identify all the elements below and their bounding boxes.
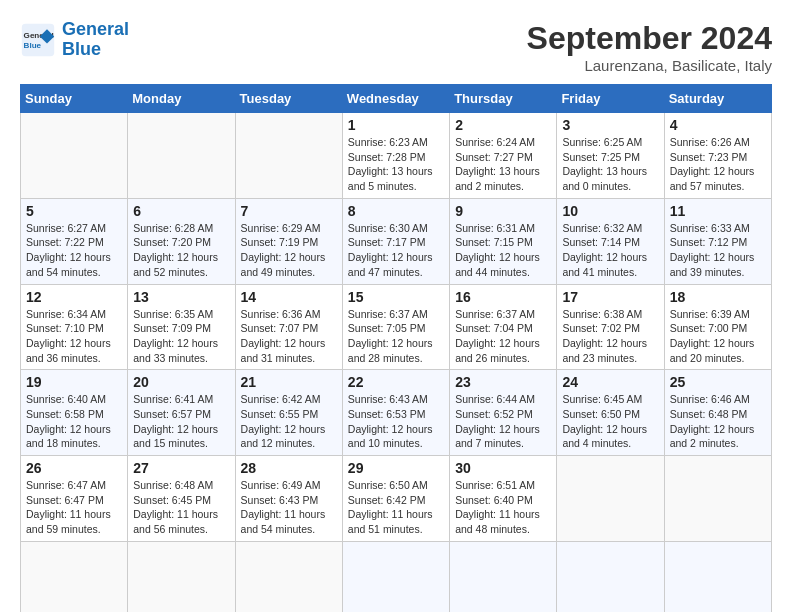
- day-info: Sunrise: 6:41 AM Sunset: 6:57 PM Dayligh…: [133, 392, 229, 451]
- day-info: Sunrise: 6:47 AM Sunset: 6:47 PM Dayligh…: [26, 478, 122, 537]
- day-info: Sunrise: 6:24 AM Sunset: 7:27 PM Dayligh…: [455, 135, 551, 194]
- logo-icon: General Blue: [20, 22, 56, 58]
- calendar-cell: 9Sunrise: 6:31 AM Sunset: 7:15 PM Daylig…: [450, 198, 557, 284]
- calendar-week-row: [21, 541, 772, 612]
- calendar-cell: 7Sunrise: 6:29 AM Sunset: 7:19 PM Daylig…: [235, 198, 342, 284]
- calendar-cell: 19Sunrise: 6:40 AM Sunset: 6:58 PM Dayli…: [21, 370, 128, 456]
- day-info: Sunrise: 6:50 AM Sunset: 6:42 PM Dayligh…: [348, 478, 444, 537]
- calendar-cell: 17Sunrise: 6:38 AM Sunset: 7:02 PM Dayli…: [557, 284, 664, 370]
- weekday-header-saturday: Saturday: [664, 85, 771, 113]
- day-info: Sunrise: 6:44 AM Sunset: 6:52 PM Dayligh…: [455, 392, 551, 451]
- calendar-cell: 1Sunrise: 6:23 AM Sunset: 7:28 PM Daylig…: [342, 113, 449, 199]
- day-info: Sunrise: 6:36 AM Sunset: 7:07 PM Dayligh…: [241, 307, 337, 366]
- calendar-cell: [450, 541, 557, 612]
- calendar-week-row: 26Sunrise: 6:47 AM Sunset: 6:47 PM Dayli…: [21, 456, 772, 542]
- calendar-cell: 23Sunrise: 6:44 AM Sunset: 6:52 PM Dayli…: [450, 370, 557, 456]
- day-info: Sunrise: 6:25 AM Sunset: 7:25 PM Dayligh…: [562, 135, 658, 194]
- weekday-header-tuesday: Tuesday: [235, 85, 342, 113]
- day-number: 16: [455, 289, 551, 305]
- location: Laurenzana, Basilicate, Italy: [527, 57, 772, 74]
- day-number: 23: [455, 374, 551, 390]
- calendar-cell: 12Sunrise: 6:34 AM Sunset: 7:10 PM Dayli…: [21, 284, 128, 370]
- calendar-cell: 10Sunrise: 6:32 AM Sunset: 7:14 PM Dayli…: [557, 198, 664, 284]
- calendar-cell: 6Sunrise: 6:28 AM Sunset: 7:20 PM Daylig…: [128, 198, 235, 284]
- weekday-header-wednesday: Wednesday: [342, 85, 449, 113]
- day-number: 12: [26, 289, 122, 305]
- calendar-cell: 13Sunrise: 6:35 AM Sunset: 7:09 PM Dayli…: [128, 284, 235, 370]
- day-number: 8: [348, 203, 444, 219]
- calendar-week-row: 1Sunrise: 6:23 AM Sunset: 7:28 PM Daylig…: [21, 113, 772, 199]
- day-info: Sunrise: 6:33 AM Sunset: 7:12 PM Dayligh…: [670, 221, 766, 280]
- day-number: 30: [455, 460, 551, 476]
- calendar-cell: [664, 456, 771, 542]
- day-number: 17: [562, 289, 658, 305]
- day-info: Sunrise: 6:48 AM Sunset: 6:45 PM Dayligh…: [133, 478, 229, 537]
- day-info: Sunrise: 6:37 AM Sunset: 7:05 PM Dayligh…: [348, 307, 444, 366]
- calendar-cell: 18Sunrise: 6:39 AM Sunset: 7:00 PM Dayli…: [664, 284, 771, 370]
- calendar-cell: [21, 113, 128, 199]
- day-info: Sunrise: 6:27 AM Sunset: 7:22 PM Dayligh…: [26, 221, 122, 280]
- day-number: 9: [455, 203, 551, 219]
- calendar-cell: 20Sunrise: 6:41 AM Sunset: 6:57 PM Dayli…: [128, 370, 235, 456]
- calendar-body: 1Sunrise: 6:23 AM Sunset: 7:28 PM Daylig…: [21, 113, 772, 613]
- calendar-table: SundayMondayTuesdayWednesdayThursdayFrid…: [20, 84, 772, 612]
- calendar-cell: 28Sunrise: 6:49 AM Sunset: 6:43 PM Dayli…: [235, 456, 342, 542]
- logo-text: GeneralBlue: [62, 20, 129, 60]
- day-info: Sunrise: 6:28 AM Sunset: 7:20 PM Dayligh…: [133, 221, 229, 280]
- day-number: 7: [241, 203, 337, 219]
- page-header: General Blue GeneralBlue September 2024 …: [20, 20, 772, 74]
- day-info: Sunrise: 6:51 AM Sunset: 6:40 PM Dayligh…: [455, 478, 551, 537]
- day-number: 4: [670, 117, 766, 133]
- calendar-cell: [235, 113, 342, 199]
- calendar-week-row: 5Sunrise: 6:27 AM Sunset: 7:22 PM Daylig…: [21, 198, 772, 284]
- calendar-cell: [342, 541, 449, 612]
- calendar-cell: 11Sunrise: 6:33 AM Sunset: 7:12 PM Dayli…: [664, 198, 771, 284]
- calendar-cell: [557, 541, 664, 612]
- day-number: 19: [26, 374, 122, 390]
- day-number: 6: [133, 203, 229, 219]
- day-number: 24: [562, 374, 658, 390]
- day-number: 14: [241, 289, 337, 305]
- day-info: Sunrise: 6:38 AM Sunset: 7:02 PM Dayligh…: [562, 307, 658, 366]
- day-number: 20: [133, 374, 229, 390]
- day-info: Sunrise: 6:35 AM Sunset: 7:09 PM Dayligh…: [133, 307, 229, 366]
- day-number: 13: [133, 289, 229, 305]
- weekday-header-monday: Monday: [128, 85, 235, 113]
- calendar-cell: 22Sunrise: 6:43 AM Sunset: 6:53 PM Dayli…: [342, 370, 449, 456]
- day-info: Sunrise: 6:39 AM Sunset: 7:00 PM Dayligh…: [670, 307, 766, 366]
- day-info: Sunrise: 6:32 AM Sunset: 7:14 PM Dayligh…: [562, 221, 658, 280]
- day-number: 15: [348, 289, 444, 305]
- day-info: Sunrise: 6:45 AM Sunset: 6:50 PM Dayligh…: [562, 392, 658, 451]
- svg-text:Blue: Blue: [24, 41, 42, 50]
- day-info: Sunrise: 6:49 AM Sunset: 6:43 PM Dayligh…: [241, 478, 337, 537]
- day-number: 10: [562, 203, 658, 219]
- calendar-cell: 3Sunrise: 6:25 AM Sunset: 7:25 PM Daylig…: [557, 113, 664, 199]
- calendar-cell: 29Sunrise: 6:50 AM Sunset: 6:42 PM Dayli…: [342, 456, 449, 542]
- calendar-cell: [128, 541, 235, 612]
- calendar-cell: [664, 541, 771, 612]
- day-number: 27: [133, 460, 229, 476]
- calendar-week-row: 19Sunrise: 6:40 AM Sunset: 6:58 PM Dayli…: [21, 370, 772, 456]
- day-number: 28: [241, 460, 337, 476]
- day-info: Sunrise: 6:23 AM Sunset: 7:28 PM Dayligh…: [348, 135, 444, 194]
- calendar-cell: [557, 456, 664, 542]
- weekday-header-row: SundayMondayTuesdayWednesdayThursdayFrid…: [21, 85, 772, 113]
- day-number: 29: [348, 460, 444, 476]
- day-info: Sunrise: 6:46 AM Sunset: 6:48 PM Dayligh…: [670, 392, 766, 451]
- day-info: Sunrise: 6:42 AM Sunset: 6:55 PM Dayligh…: [241, 392, 337, 451]
- day-number: 1: [348, 117, 444, 133]
- day-info: Sunrise: 6:31 AM Sunset: 7:15 PM Dayligh…: [455, 221, 551, 280]
- day-number: 21: [241, 374, 337, 390]
- day-number: 26: [26, 460, 122, 476]
- calendar-cell: 8Sunrise: 6:30 AM Sunset: 7:17 PM Daylig…: [342, 198, 449, 284]
- calendar-cell: [128, 113, 235, 199]
- calendar-cell: 15Sunrise: 6:37 AM Sunset: 7:05 PM Dayli…: [342, 284, 449, 370]
- title-block: September 2024 Laurenzana, Basilicate, I…: [527, 20, 772, 74]
- calendar-cell: 4Sunrise: 6:26 AM Sunset: 7:23 PM Daylig…: [664, 113, 771, 199]
- day-info: Sunrise: 6:29 AM Sunset: 7:19 PM Dayligh…: [241, 221, 337, 280]
- calendar-cell: 14Sunrise: 6:36 AM Sunset: 7:07 PM Dayli…: [235, 284, 342, 370]
- day-number: 25: [670, 374, 766, 390]
- day-number: 2: [455, 117, 551, 133]
- calendar-cell: 25Sunrise: 6:46 AM Sunset: 6:48 PM Dayli…: [664, 370, 771, 456]
- calendar-week-row: 12Sunrise: 6:34 AM Sunset: 7:10 PM Dayli…: [21, 284, 772, 370]
